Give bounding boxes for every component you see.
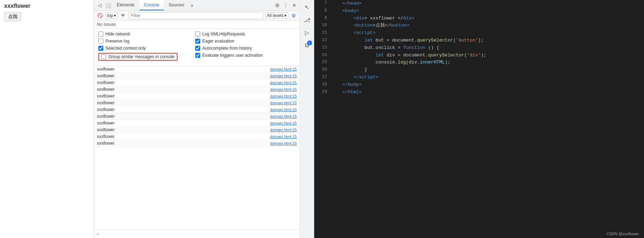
devtools-settings-icon[interactable]: ⚙ — [273, 1, 281, 9]
line-number: 7 — [317, 0, 327, 7]
log-link[interactable]: domapi.html:15 — [270, 128, 297, 132]
back-icon[interactable]: ◁ — [95, 1, 103, 9]
log-link[interactable]: domapi.html:15 — [270, 67, 297, 71]
context-selector[interactable]: top ▾ — [105, 12, 118, 19]
eager-eval-item[interactable]: Eager evaluation — [195, 39, 263, 44]
log-link[interactable]: domapi.html:15 — [270, 81, 297, 85]
code-token: but. — [331, 45, 376, 50]
filter-input[interactable] — [129, 12, 264, 19]
code-line: 16 } — [314, 66, 644, 74]
code-token: ); — [481, 52, 486, 58]
debug-icon[interactable]: ▷ — [301, 27, 313, 38]
autocomplete-label: Autocomplete from history — [202, 46, 252, 51]
autocomplete-item[interactable]: Autocomplete from history — [195, 46, 263, 51]
selected-context-checkbox[interactable] — [98, 46, 103, 51]
preserve-log-checkbox[interactable] — [98, 39, 103, 44]
code-token: < — [331, 30, 356, 35]
evaluate-triggers-item[interactable]: Evaluate triggers user activation — [195, 53, 263, 58]
code-line: 18 </body> — [314, 81, 644, 89]
group-similar-checkbox[interactable] — [101, 54, 106, 59]
code-token: div — [356, 16, 364, 21]
line-content: } — [331, 66, 367, 74]
code-token: } — [331, 67, 367, 72]
line-content: console.log(div.innerHTML); — [331, 59, 450, 66]
device-icon[interactable]: ⬜ — [104, 1, 112, 9]
code-token: </ — [331, 82, 348, 87]
log-row: xxxflowerdomapi.html:15 — [94, 133, 300, 140]
log-text: xxxflower — [97, 100, 115, 105]
console-prompt-icon[interactable]: › — [97, 231, 98, 237]
line-content: but.onclick = function () { — [331, 44, 439, 52]
line-number: 11 — [317, 29, 327, 36]
devtools-more-icon[interactable]: ⋮ — [282, 1, 290, 9]
selected-context-item[interactable]: Selected context only — [98, 46, 178, 51]
log-row: xxxflowerdomapi.html:15 — [94, 106, 300, 113]
log-text: xxxflower — [97, 67, 115, 72]
clear-console-button[interactable]: 🚫 — [96, 12, 104, 20]
hide-network-checkbox[interactable] — [98, 32, 103, 37]
code-token: > — [411, 16, 414, 21]
selected-context-label: Selected context only — [105, 46, 146, 51]
log-link[interactable]: domapi.html:15 — [270, 87, 297, 92]
log-link[interactable]: domapi.html:15 — [270, 74, 297, 78]
code-token: < — [331, 8, 345, 13]
log-link[interactable]: domapi.html:15 — [270, 101, 297, 105]
log-row: xxxflowerdomapi.html:15 — [94, 127, 300, 133]
autocomplete-checkbox[interactable] — [195, 46, 200, 51]
tab-sources[interactable]: Sources — [164, 0, 189, 10]
code-token: > — [359, 1, 362, 6]
console-settings-icon[interactable]: ⚙ — [290, 12, 298, 20]
console-log-area[interactable]: xxxflowerdomapi.html:15xxxflowerdomapi.h… — [94, 66, 300, 229]
code-token: ( — [453, 38, 456, 43]
preserve-log-label: Preserve log — [105, 39, 129, 44]
settings-row-1: Hide network Preserve log Selected conte… — [98, 32, 295, 61]
log-text: xxxflower — [97, 107, 115, 112]
log-xmlhttp-item[interactable]: Log XMLHttpRequests — [195, 32, 263, 37]
badge: 1 — [307, 40, 312, 45]
code-token: function — [403, 45, 425, 50]
devtools-close-icon[interactable]: ✕ — [290, 1, 298, 9]
log-link[interactable]: domapi.html:15 — [270, 141, 297, 145]
log-link[interactable]: domapi.html:15 — [270, 121, 297, 125]
log-link[interactable]: domapi.html:15 — [270, 114, 297, 118]
line-number: 8 — [317, 7, 327, 14]
code-line: 7 </head> — [314, 0, 644, 7]
evaluate-triggers-label: Evaluate triggers user activation — [202, 53, 263, 58]
code-token — [331, 52, 376, 58]
eager-eval-checkbox[interactable] — [195, 39, 200, 44]
code-line: 14 let div = document.querySelector('div… — [314, 52, 644, 59]
levels-selector[interactable]: All levels ▾ — [265, 12, 288, 19]
log-row: xxxflowerdomapi.html:15 — [94, 79, 300, 86]
line-number: 14 — [317, 52, 327, 59]
tab-console[interactable]: Console — [140, 0, 164, 10]
code-token: let — [365, 38, 373, 43]
log-link[interactable]: domapi.html:15 — [270, 107, 297, 112]
code-token: > — [407, 23, 410, 28]
eye-button[interactable]: 👁 — [119, 12, 127, 20]
preserve-log-item[interactable]: Preserve log — [98, 39, 178, 44]
hide-network-item[interactable]: Hide network — [98, 32, 178, 37]
group-similar-item[interactable]: Group similar messages in console — [98, 53, 178, 61]
evaluate-triggers-checkbox[interactable] — [195, 53, 200, 58]
code-line: 12 let but = document.querySelector('but… — [314, 37, 644, 44]
code-token: div = document. — [384, 52, 428, 58]
more-tabs-icon[interactable]: » — [189, 2, 195, 8]
context-label: top — [107, 13, 113, 18]
code-token: > xxxflower </ — [365, 16, 403, 21]
code-token: (div. — [406, 60, 420, 65]
code-line: 13 but.onclick = function () { — [314, 44, 644, 52]
cursor-icon[interactable]: ↖ — [301, 1, 313, 13]
log-link[interactable]: domapi.html:15 — [270, 94, 297, 98]
line-content: </html> — [331, 89, 362, 96]
click-button[interactable]: 点我 — [4, 12, 21, 21]
tab-elements[interactable]: Elements — [113, 0, 139, 10]
log-xmlhttp-checkbox[interactable] — [195, 32, 200, 37]
code-token: > — [359, 82, 362, 87]
component-icon[interactable]: ⧉1 — [301, 40, 313, 51]
line-number: 19 — [317, 89, 327, 95]
log-link[interactable]: domapi.html:15 — [270, 134, 297, 139]
levels-dropdown-icon: ▾ — [284, 13, 286, 18]
line-content: </body> — [331, 81, 362, 89]
line-content: <script> — [331, 29, 376, 37]
git-icon[interactable]: ⎇ — [301, 14, 313, 26]
